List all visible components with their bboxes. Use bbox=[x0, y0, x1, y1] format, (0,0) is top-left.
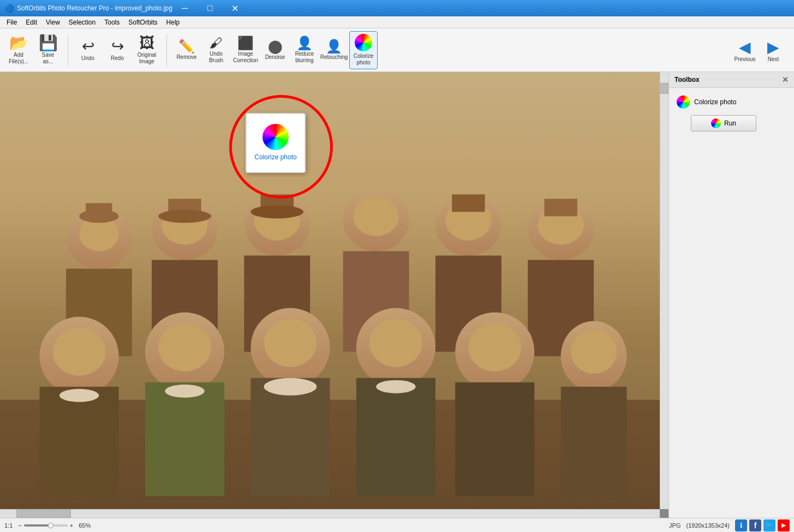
zoom-slider[interactable] bbox=[24, 524, 68, 527]
toolbar-sep-2 bbox=[166, 34, 167, 67]
add-file-icon: 📂 bbox=[9, 35, 28, 51]
menu-file[interactable]: File bbox=[2, 17, 21, 27]
colorize-photo-button[interactable]: Colorizephoto bbox=[349, 31, 378, 69]
original-image-button[interactable]: 🖼 OriginalImage bbox=[133, 31, 161, 69]
undo-brush-icon: 🖌 bbox=[210, 37, 223, 50]
social-icons: ℹ f 🐦 ▶ bbox=[735, 519, 790, 531]
youtube-icon[interactable]: ▶ bbox=[778, 519, 790, 531]
maximize-button[interactable]: □ bbox=[198, 0, 223, 16]
add-file-button[interactable]: 📂 AddFile(s)... bbox=[4, 31, 33, 69]
menu-help[interactable]: Help bbox=[162, 17, 184, 27]
reduce-blurring-label: Reduce blurring bbox=[292, 51, 317, 64]
colorize-popup: Colorize photo bbox=[246, 113, 306, 173]
horizontal-scrollbar[interactable] bbox=[0, 509, 660, 518]
colorize-photo-label: Colorizephoto bbox=[354, 53, 374, 66]
toolbar-group-file: 📂 AddFile(s)... 💾 Saveas... bbox=[2, 31, 64, 69]
zoom-slider-section[interactable]: − + bbox=[18, 522, 73, 529]
menu-edit[interactable]: Edit bbox=[21, 17, 41, 27]
window-controls: ─ □ ✕ bbox=[172, 0, 248, 16]
vertical-scrollbar[interactable] bbox=[660, 72, 668, 509]
run-label: Run bbox=[724, 119, 736, 127]
colorize-toolbar-icon bbox=[355, 34, 372, 51]
title-text: SoftOrbits Photo Retoucher Pro - improve… bbox=[17, 4, 172, 12]
file-format: JPG bbox=[669, 522, 680, 529]
original-image-label: OriginalImage bbox=[138, 52, 156, 65]
zoom-ratio-section: 1:1 bbox=[4, 522, 13, 529]
toolbox-tool-colorize: Colorize photo bbox=[674, 93, 789, 111]
photo-image bbox=[0, 72, 660, 509]
run-icon bbox=[711, 118, 721, 128]
toolbar-group-tools: ✏️ Remove 🖌 UndoBrush ⬛ ImageCorrection … bbox=[170, 31, 380, 69]
toolbox-content: Colorize photo Run bbox=[669, 88, 794, 137]
statusbar-right: JPG (1920x1353x24) ℹ f 🐦 ▶ bbox=[669, 519, 790, 531]
close-button[interactable]: ✕ bbox=[223, 0, 248, 16]
retouching-icon: 👤 bbox=[326, 40, 342, 53]
undo-label: Undo bbox=[81, 55, 94, 62]
zoom-thumb[interactable] bbox=[48, 523, 53, 528]
colorize-popup-label: Colorize photo bbox=[254, 153, 296, 162]
main-area: Colorize photo Toolbox ✕ Colorize photo bbox=[0, 72, 794, 518]
previous-button[interactable]: ◀ Previous bbox=[732, 31, 758, 69]
next-icon: ▶ bbox=[767, 38, 779, 56]
reduce-blurring-button[interactable]: 👤 Reduce blurring bbox=[290, 31, 319, 69]
redo-button[interactable]: ↪ Redo bbox=[103, 31, 132, 69]
twitter-icon[interactable]: 🐦 bbox=[763, 519, 775, 531]
redo-label: Redo bbox=[111, 55, 124, 62]
toolbar-group-edit: ↩ Undo ↪ Redo 🖼 OriginalImage bbox=[71, 31, 163, 69]
menu-view[interactable]: View bbox=[41, 17, 64, 27]
navigation-buttons: ◀ Previous ▶ Next bbox=[732, 31, 792, 69]
photo-container: Colorize photo bbox=[0, 72, 660, 509]
run-button[interactable]: Run bbox=[691, 115, 756, 131]
undo-button[interactable]: ↩ Undo bbox=[74, 31, 102, 69]
image-correction-icon: ⬛ bbox=[237, 37, 254, 50]
zoom-ratio: 1:1 bbox=[4, 522, 13, 529]
file-dimensions: (1920x1353x24) bbox=[686, 522, 730, 529]
facebook-icon[interactable]: f bbox=[749, 519, 761, 531]
info-icon[interactable]: ℹ bbox=[735, 519, 747, 531]
next-button[interactable]: ▶ Next bbox=[760, 31, 786, 69]
remove-icon: ✏️ bbox=[178, 40, 195, 53]
svg-rect-52 bbox=[0, 72, 660, 509]
denoise-label: Denoise bbox=[265, 54, 285, 61]
next-label: Next bbox=[768, 56, 779, 62]
reduce-blurring-icon: 👤 bbox=[296, 37, 313, 50]
menubar: File Edit View Selection Tools SoftOrbit… bbox=[0, 16, 794, 28]
app-icon: 🔵 bbox=[4, 4, 14, 13]
denoise-button[interactable]: ⬤ Denoise bbox=[261, 31, 289, 69]
colorize-popup-icon bbox=[262, 124, 289, 150]
zoom-in-icon[interactable]: + bbox=[70, 522, 73, 529]
menu-selection[interactable]: Selection bbox=[64, 17, 100, 27]
save-label: Saveas... bbox=[42, 52, 55, 65]
minimize-button[interactable]: ─ bbox=[172, 0, 198, 16]
add-file-label: AddFile(s)... bbox=[9, 52, 28, 65]
toolbox-header: Toolbox ✕ bbox=[669, 72, 794, 88]
zoom-out-icon[interactable]: − bbox=[18, 522, 21, 529]
statusbar: 1:1 − + 65% JPG (1920x1353x24) ℹ f 🐦 ▶ bbox=[0, 518, 794, 532]
save-as-button[interactable]: 💾 Saveas... bbox=[34, 31, 62, 69]
remove-button[interactable]: ✏️ Remove bbox=[172, 31, 201, 69]
image-correction-button[interactable]: ⬛ ImageCorrection bbox=[231, 31, 260, 69]
undo-icon: ↩ bbox=[82, 39, 94, 54]
toolbar-sep-1 bbox=[68, 34, 68, 67]
toolbox-close-button[interactable]: ✕ bbox=[782, 75, 789, 84]
titlebar: 🔵 SoftOrbits Photo Retoucher Pro - impro… bbox=[0, 0, 794, 16]
toolbar: 📂 AddFile(s)... 💾 Saveas... ↩ Undo ↪ Red… bbox=[0, 28, 794, 72]
save-icon: 💾 bbox=[39, 35, 58, 51]
menu-tools[interactable]: Tools bbox=[100, 17, 124, 27]
undo-brush-label: UndoBrush bbox=[209, 51, 223, 64]
remove-label: Remove bbox=[176, 54, 196, 61]
menu-softorbits[interactable]: SoftOrbits bbox=[124, 17, 162, 27]
image-correction-label: ImageCorrection bbox=[233, 51, 258, 64]
retouching-button[interactable]: 👤 Retouching bbox=[320, 31, 348, 69]
zoom-percent: 65% bbox=[79, 522, 91, 529]
undo-brush-button[interactable]: 🖌 UndoBrush bbox=[202, 31, 230, 69]
redo-icon: ↪ bbox=[111, 39, 124, 54]
toolbox-tool-name: Colorize photo bbox=[694, 98, 736, 106]
retouching-label: Retouching bbox=[320, 54, 348, 61]
previous-label: Previous bbox=[735, 56, 756, 62]
canvas-area[interactable]: Colorize photo bbox=[0, 72, 668, 518]
toolbox-panel: Toolbox ✕ Colorize photo Run bbox=[668, 72, 794, 518]
photo-svg bbox=[0, 72, 660, 509]
original-image-icon: 🖼 bbox=[139, 35, 154, 51]
toolbox-colorize-icon bbox=[677, 95, 690, 109]
